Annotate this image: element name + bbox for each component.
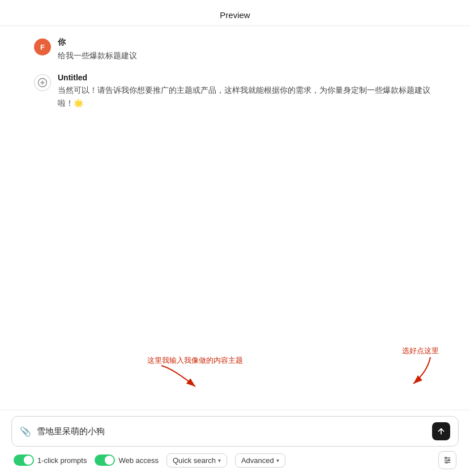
settings-button[interactable] bbox=[438, 451, 456, 469]
webaccess-label: Web access bbox=[118, 456, 159, 465]
toggle1-group: 1-click prompts bbox=[14, 454, 87, 466]
svg-point-8 bbox=[448, 460, 450, 461]
quick-search-dropdown[interactable]: Quick search ▾ bbox=[166, 453, 227, 468]
toolbar: 1-click prompts Web access Quick search … bbox=[11, 447, 459, 473]
user-message-text: 给我一些爆款标题建议 bbox=[58, 49, 137, 62]
toggle2-group: Web access bbox=[95, 454, 159, 466]
bot-message-text: 当然可以！请告诉我你想要推广的主题或产品，这样我就能根据你的需求，为你量身定制一… bbox=[58, 84, 436, 109]
user-sender-name: 你 bbox=[58, 37, 137, 48]
svg-point-7 bbox=[445, 457, 447, 459]
attachment-icon[interactable]: 📎 bbox=[20, 426, 31, 437]
webaccess-toggle[interactable] bbox=[95, 454, 115, 466]
toolbar-right bbox=[438, 451, 456, 469]
input-box: 📎 bbox=[11, 416, 459, 447]
bot-message-content: Untitled 当然可以！请告诉我你想要推广的主题或产品，这样我就能根据你的需… bbox=[58, 73, 436, 109]
chevron-down-icon: ▾ bbox=[218, 457, 221, 464]
advanced-dropdown[interactable]: Advanced ▾ bbox=[235, 453, 285, 468]
bot-message-row: Untitled 当然可以！请告诉我你想要推广的主题或产品，这样我就能根据你的需… bbox=[34, 73, 436, 109]
bot-avatar bbox=[34, 74, 51, 91]
chevron-down-icon: ▾ bbox=[276, 457, 279, 464]
1click-toggle[interactable] bbox=[14, 454, 34, 466]
header: Preview bbox=[0, 0, 470, 26]
user-message-row: F 你 给我一些爆款标题建议 bbox=[34, 37, 436, 62]
chat-area: F 你 给我一些爆款标题建议 Untitled 当然可以！请告诉我你想要推广的主… bbox=[0, 26, 470, 410]
user-avatar: F bbox=[34, 38, 51, 55]
svg-point-9 bbox=[446, 462, 447, 464]
svg-point-1 bbox=[41, 82, 44, 84]
page-container: Preview F 你 给我一些爆款标题建议 Untitled bbox=[0, 0, 470, 476]
send-icon bbox=[437, 427, 446, 436]
send-button[interactable] bbox=[432, 422, 450, 440]
user-message-content: 你 给我一些爆款标题建议 bbox=[58, 37, 137, 62]
message-input[interactable] bbox=[37, 427, 426, 436]
page-title: Preview bbox=[220, 10, 250, 20]
sliders-icon bbox=[443, 456, 452, 465]
input-section: 📎 1-click prompts Web access Qui bbox=[0, 410, 470, 476]
1click-label: 1-click prompts bbox=[37, 456, 87, 465]
bot-sender-name: Untitled bbox=[58, 73, 436, 82]
